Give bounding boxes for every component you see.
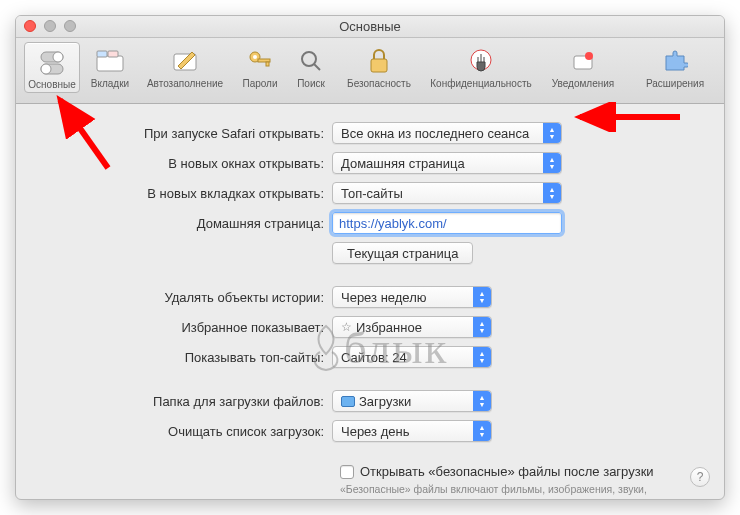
svg-point-12: [302, 52, 316, 66]
zoom-icon[interactable]: [64, 20, 76, 32]
tab-label: Поиск: [297, 78, 325, 89]
clear-downloads-value: Через день: [341, 424, 409, 439]
new-tabs-value: Топ-сайты: [341, 186, 403, 201]
history-remove-label: Удалять объекты истории:: [36, 290, 332, 305]
chevron-updown-icon: ▲▼: [473, 421, 491, 441]
favorites-value: Избранное: [356, 320, 422, 335]
tab-advanced[interactable]: Дополнения: [722, 42, 725, 91]
tab-label: Вкладки: [91, 78, 129, 89]
svg-rect-11: [266, 62, 269, 66]
download-folder-label: Папка для загрузки файлов:: [36, 394, 332, 409]
homepage-input[interactable]: [332, 212, 562, 234]
tab-security[interactable]: Безопасность: [334, 42, 424, 91]
safe-files-note: «Безопасные» файлы включают фильмы, изоб…: [340, 482, 680, 499]
history-remove-select[interactable]: Через неделю ▲▼: [332, 286, 492, 308]
svg-line-13: [314, 64, 320, 70]
svg-point-9: [253, 55, 257, 59]
lock-icon: [364, 46, 394, 76]
safe-files-checkbox[interactable]: [340, 465, 354, 479]
chevron-updown-icon: ▲▼: [543, 153, 561, 173]
key-icon: [245, 46, 275, 76]
bell-icon: [568, 46, 598, 76]
chevron-updown-icon: ▲▼: [473, 317, 491, 337]
startup-select[interactable]: Все окна из последнего сеанса ▲▼: [332, 122, 562, 144]
topsites-label: Показывать топ-сайты:: [36, 350, 332, 365]
tab-label: Уведомления: [552, 78, 615, 89]
svg-point-3: [41, 64, 51, 74]
chevron-updown-icon: ▲▼: [473, 287, 491, 307]
tab-autofill[interactable]: Автозаполнение: [140, 42, 230, 91]
new-windows-value: Домашняя страница: [341, 156, 465, 171]
favorites-select[interactable]: ☆ Избранное ▲▼: [332, 316, 492, 338]
tab-tabs[interactable]: Вкладки: [82, 42, 138, 91]
window-title: Основные: [339, 19, 401, 34]
hand-icon: [466, 46, 496, 76]
tab-general[interactable]: Основные: [24, 42, 80, 93]
tab-label: Автозаполнение: [147, 78, 223, 89]
new-tabs-select[interactable]: Топ-сайты ▲▼: [332, 182, 562, 204]
topsites-select[interactable]: Сайтов: 24 ▲▼: [332, 346, 492, 368]
minimize-icon[interactable]: [44, 20, 56, 32]
chevron-updown-icon: ▲▼: [473, 347, 491, 367]
tab-privacy[interactable]: Конфиденциальность: [426, 42, 536, 91]
svg-rect-5: [97, 51, 107, 57]
svg-rect-4: [97, 56, 123, 71]
new-windows-label: В новых окнах открывать:: [36, 156, 332, 171]
new-tabs-label: В новых вкладках открывать:: [36, 186, 332, 201]
preferences-window: Основные Основные Вкладки Автозаполнение…: [15, 15, 725, 500]
puzzle-icon: [660, 46, 690, 76]
clear-downloads-label: Очищать список загрузок:: [36, 424, 332, 439]
tab-search[interactable]: Поиск: [290, 42, 332, 91]
chevron-updown-icon: ▲▼: [543, 183, 561, 203]
topsites-value: Сайтов: 24: [341, 350, 407, 365]
download-folder-value: Загрузки: [359, 394, 411, 409]
startup-value: Все окна из последнего сеанса: [341, 126, 529, 141]
tab-label: Пароли: [242, 78, 277, 89]
tab-label: Конфиденциальность: [430, 78, 531, 89]
folder-icon: [341, 396, 355, 407]
traffic-lights: [24, 20, 76, 32]
svg-rect-6: [108, 51, 118, 57]
tab-notifications[interactable]: Уведомления: [538, 42, 628, 91]
clear-downloads-select[interactable]: Через день ▲▼: [332, 420, 492, 442]
help-button[interactable]: ?: [690, 467, 710, 487]
svg-point-17: [585, 52, 593, 60]
switch-icon: [37, 47, 67, 77]
content-area: При запуске Safari открывать: Все окна и…: [16, 104, 724, 499]
tab-extensions[interactable]: Расширения: [630, 42, 720, 91]
svg-point-1: [53, 52, 63, 62]
toolbar: Основные Вкладки Автозаполнение Пароли П…: [16, 38, 724, 104]
download-folder-select[interactable]: Загрузки ▲▼: [332, 390, 492, 412]
chevron-updown-icon: ▲▼: [473, 391, 491, 411]
titlebar: Основные: [16, 16, 724, 38]
history-remove-value: Через неделю: [341, 290, 426, 305]
star-icon: ☆: [341, 320, 352, 334]
tab-label: Основные: [28, 79, 75, 90]
tab-label: Безопасность: [347, 78, 411, 89]
safe-files-label: Открывать «безопасные» файлы после загру…: [360, 464, 654, 479]
chevron-updown-icon: ▲▼: [543, 123, 561, 143]
new-windows-select[interactable]: Домашняя страница ▲▼: [332, 152, 562, 174]
pencil-icon: [170, 46, 200, 76]
startup-label: При запуске Safari открывать:: [36, 126, 332, 141]
favorites-label: Избранное показывает:: [36, 320, 332, 335]
set-current-page-button[interactable]: Текущая страница: [332, 242, 473, 264]
tab-passwords[interactable]: Пароли: [232, 42, 288, 91]
close-icon[interactable]: [24, 20, 36, 32]
tabs-icon: [95, 46, 125, 76]
tab-label: Расширения: [646, 78, 704, 89]
homepage-label: Домашняя страница:: [36, 216, 332, 231]
search-icon: [296, 46, 326, 76]
svg-rect-14: [371, 59, 387, 72]
